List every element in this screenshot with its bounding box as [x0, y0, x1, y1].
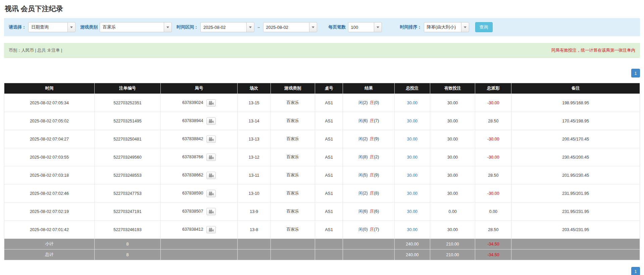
date-from-combobox	[200, 22, 254, 32]
records-table: 时间 注单编号 局号 场次 游戏类别 桌号 结果 总投注 有效投注 总派彩 备注…	[4, 83, 640, 260]
date-from-input[interactable]	[200, 22, 247, 32]
total-total-bet: 240.00	[394, 250, 430, 260]
video-camera-icon	[209, 155, 214, 159]
empty-cell	[315, 250, 343, 260]
cell-round-id: 637838662	[160, 166, 237, 184]
cell-round-id: 637838590	[160, 184, 237, 203]
table-row: 2025-08-02 07:04:27 522703250481 6378388…	[4, 130, 640, 148]
sort-order-input[interactable]	[424, 22, 461, 32]
total-bet-link[interactable]: 30.00	[407, 173, 417, 178]
search-button[interactable]: 查询	[475, 22, 493, 32]
cell-valid-bet: 0.00	[430, 203, 475, 221]
page-button-1[interactable]: 1	[631, 267, 640, 275]
replay-video-button[interactable]	[206, 208, 216, 215]
player-score: (6)	[362, 118, 367, 123]
round-id-text: 637838507	[182, 209, 203, 214]
empty-cell	[315, 239, 343, 250]
total-row: 总计 8 240.00 210.00 -34.50	[4, 250, 640, 260]
cell-payout: 28.50	[475, 112, 511, 130]
cell-total-bet: 30.00	[394, 94, 430, 112]
time-range-label: 时间区间：	[177, 24, 198, 30]
cell-note: 200.45/170.45	[511, 130, 640, 148]
total-bet-link[interactable]: 30.00	[407, 191, 417, 196]
col-header-time: 时间	[4, 83, 95, 94]
cell-game-type: 百家乐	[270, 130, 315, 148]
date-to-input[interactable]	[263, 22, 309, 32]
cell-game-type: 百家乐	[270, 112, 315, 130]
replay-video-button[interactable]	[206, 172, 216, 179]
query-type-dropdown-button[interactable]	[67, 22, 76, 32]
empty-cell	[270, 239, 315, 250]
cell-time: 2025-08-02 07:05:02	[4, 112, 95, 130]
cell-total-bet: 30.00	[394, 221, 430, 239]
date-to-dropdown-button[interactable]	[309, 22, 317, 32]
cell-session: 13-14	[238, 112, 270, 130]
banker-score: (6)	[374, 209, 379, 214]
replay-video-button[interactable]	[206, 190, 216, 197]
date-from-dropdown-button[interactable]	[246, 22, 254, 32]
cell-total-bet: 30.00	[394, 130, 430, 148]
cell-valid-bet: 30.00	[430, 221, 475, 239]
total-bet-link[interactable]: 30.00	[407, 209, 417, 214]
total-bet-link[interactable]: 30.00	[407, 227, 417, 232]
total-bet-link[interactable]: 30.00	[407, 119, 417, 123]
round-id-text: 637838944	[182, 118, 203, 123]
subtotal-row: 小计 8 240.00 210.00 -34.50	[4, 239, 640, 250]
video-camera-icon	[209, 210, 214, 214]
subtotal-total-bet: 240.00	[394, 239, 430, 250]
empty-cell	[238, 239, 270, 250]
query-type-input[interactable]	[28, 22, 68, 32]
player-result: 闲	[358, 209, 363, 214]
cell-time: 2025-08-02 07:03:18	[4, 166, 95, 184]
player-score: (2)	[362, 100, 367, 105]
per-page-label: 每页笔数	[329, 24, 346, 30]
per-page-input[interactable]	[348, 22, 374, 32]
table-row: 2025-08-02 07:02:46 522703247753 6378385…	[4, 184, 640, 203]
replay-video-button[interactable]	[206, 117, 216, 125]
summary-body: 小计 8 240.00 210.00 -34.50 总计 8	[4, 239, 640, 260]
col-header-bet-id: 注单编号	[94, 83, 160, 94]
player-score: (2)	[362, 136, 367, 141]
replay-video-button[interactable]	[206, 99, 216, 107]
game-type-dropdown-button[interactable]	[164, 22, 172, 32]
cell-session: 13-13	[238, 130, 270, 148]
player-result: 闲	[358, 191, 363, 196]
total-bet-link[interactable]: 30.00	[407, 101, 417, 105]
sort-order-dropdown-button[interactable]	[461, 22, 469, 32]
cell-round-id: 637838412	[160, 221, 237, 239]
subtotal-count: 8	[94, 239, 160, 250]
cell-payout: 28.50	[475, 166, 511, 184]
cell-bet-id: 522703248553	[94, 166, 160, 184]
replay-video-button[interactable]	[206, 135, 216, 143]
subtotal-payout: -34.50	[475, 239, 511, 250]
page-button-1[interactable]: 1	[631, 69, 640, 77]
cell-round-id: 637839024	[160, 94, 237, 112]
cell-result: 闲(2)庄(9)	[343, 130, 394, 148]
summary-bar: 币别：人民币 | 总共 :8 注单 | 同局有效投注，统一计算在该局第一张注单内	[4, 43, 640, 58]
per-page-dropdown-button[interactable]	[374, 22, 382, 32]
cell-game-type: 百家乐	[270, 203, 315, 221]
cell-table-no: AS1	[315, 130, 343, 148]
cell-game-type: 百家乐	[270, 166, 315, 184]
cell-table-no: AS1	[315, 166, 343, 184]
banker-score: (7)	[374, 227, 379, 232]
game-type-combobox	[100, 22, 172, 32]
cell-session: 13-9	[238, 203, 270, 221]
banker-score: (9)	[374, 136, 379, 141]
video-camera-icon	[209, 137, 214, 141]
replay-video-button[interactable]	[206, 226, 216, 233]
chevron-down-icon	[312, 26, 314, 28]
cell-table-no: AS1	[315, 112, 343, 130]
player-result: 闲	[358, 173, 363, 177]
game-type-input[interactable]	[100, 22, 164, 32]
player-result: 闲	[358, 136, 363, 141]
total-bet-link[interactable]: 30.00	[407, 137, 417, 142]
cell-bet-id: 522703247753	[94, 184, 160, 203]
cell-result: 闲(2)庄(0)	[343, 94, 394, 112]
replay-video-button[interactable]	[206, 154, 216, 161]
cell-payout: 0.00	[475, 203, 511, 221]
video-camera-icon	[209, 173, 214, 177]
total-bet-link[interactable]: 30.00	[407, 155, 417, 160]
filter-bar: 请选择： 游戏类别 时间区间： ~ 每页笔数 时间排序：	[4, 18, 640, 36]
game-type-label: 游戏类别	[80, 24, 98, 30]
